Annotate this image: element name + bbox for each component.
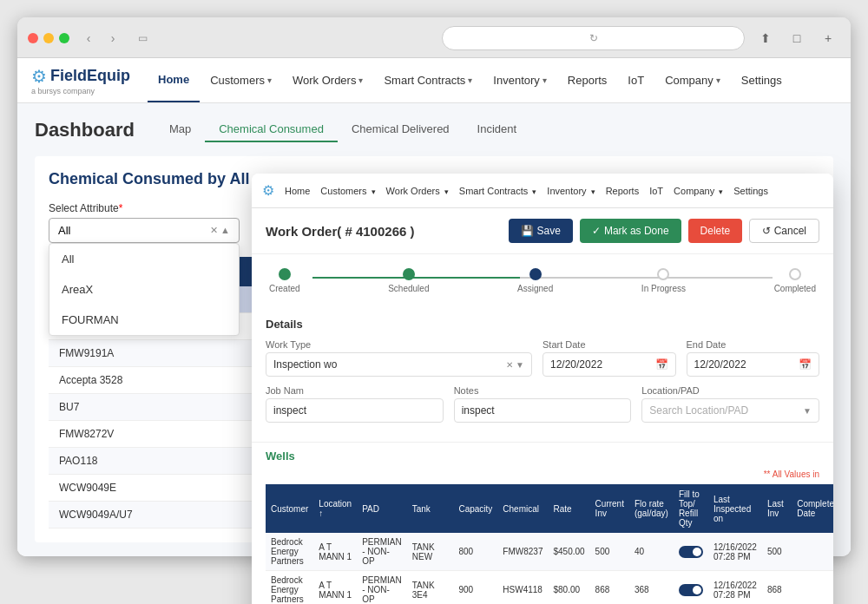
modal-header: Work Order( # 4100266 ) 💾 Save ✓ Mark as… bbox=[252, 208, 833, 254]
cell-product: WCW9049A/U7 bbox=[49, 502, 179, 528]
address-bar[interactable]: ↻ bbox=[442, 26, 745, 50]
browser-actions: ⬆ □ + bbox=[753, 26, 840, 50]
modal-nav-reports[interactable]: Reports bbox=[606, 186, 640, 196]
back-button[interactable]: ‹ bbox=[78, 28, 99, 49]
window-button[interactable]: ▭ bbox=[132, 28, 153, 49]
new-tab-button[interactable]: + bbox=[816, 26, 840, 50]
wells-fill-qty bbox=[674, 533, 708, 556]
wells-col-flo-rate: Flo rate (gal/day) bbox=[629, 484, 674, 533]
inventory-caret-icon: ▾ bbox=[542, 76, 547, 85]
work-orders-caret-icon: ▾ bbox=[358, 76, 363, 85]
wells-col-last-inspected: Last Inspected on bbox=[708, 484, 762, 533]
wells-col-capacity: Capacity bbox=[453, 484, 497, 533]
modal-nav-company[interactable]: Company ▾ bbox=[674, 186, 723, 196]
nav-reports[interactable]: Reports bbox=[557, 58, 618, 102]
cancel-button[interactable]: ↺ Cancel bbox=[749, 219, 819, 243]
forward-button[interactable]: › bbox=[102, 28, 123, 49]
nav-work-orders[interactable]: Work Orders ▾ bbox=[282, 58, 373, 102]
browser-window: ‹ › ▭ ↻ ⬆ □ + ⚙ FieldEquip a bursys comp… bbox=[17, 17, 851, 556]
share-button[interactable]: ⬆ bbox=[753, 26, 778, 50]
job-name-label: Job Nam bbox=[266, 385, 444, 396]
notes-input[interactable]: inspect bbox=[454, 398, 632, 423]
modal-form: Details Work Type Inspection wo ✕ ▼ Star… bbox=[252, 307, 833, 442]
form-row-2: Job Nam inspect Notes inspect Location/P… bbox=[266, 385, 819, 423]
wells-col-fill-qty: Fill to Top/ Refill Qty bbox=[674, 484, 708, 533]
logo-sub: a bursys company bbox=[31, 87, 130, 95]
nav-smart-contracts[interactable]: Smart Contracts ▾ bbox=[373, 58, 483, 102]
work-type-input[interactable]: Inspection wo ✕ ▼ bbox=[266, 352, 532, 377]
step-dot-created bbox=[279, 268, 291, 280]
tab-chemical-delivered[interactable]: Chemical Delivered bbox=[338, 117, 464, 142]
filter-clear-icon[interactable]: ✕ ▲ bbox=[210, 225, 230, 236]
tab-chemical-consumed[interactable]: Chemical Consumed bbox=[205, 117, 338, 142]
dropdown-item-fourman[interactable]: FOURMAN bbox=[49, 305, 239, 335]
modal-nav-settings[interactable]: Settings bbox=[733, 186, 768, 196]
wells-section: Wells ** All Values in Customer Location… bbox=[252, 442, 833, 556]
dropdown-item-all[interactable]: All bbox=[49, 244, 239, 274]
wells-completed-date bbox=[792, 533, 833, 556]
step-label-in-progress: In Progress bbox=[641, 284, 686, 293]
step-assigned: Assigned bbox=[517, 268, 553, 293]
wells-col-customer: Customer bbox=[266, 484, 313, 533]
mark-done-button[interactable]: ✓ Mark as Done bbox=[580, 219, 681, 243]
main-navigation: Home Customers ▾ Work Orders ▾ Smart Con… bbox=[148, 58, 792, 102]
nav-customers[interactable]: Customers ▾ bbox=[200, 58, 282, 102]
calendar-icon: 📅 bbox=[655, 358, 668, 371]
tab-incident[interactable]: Incident bbox=[464, 117, 531, 142]
toggle-button[interactable] bbox=[679, 546, 703, 557]
nav-iot[interactable]: IoT bbox=[617, 58, 654, 102]
location-field: Location/PAD Search Location/PAD ▼ bbox=[641, 385, 819, 423]
modal-nav-iot[interactable]: IoT bbox=[649, 186, 663, 196]
start-date-field: Start Date 12/20/2022 📅 bbox=[542, 339, 676, 377]
save-button[interactable]: 💾 Save bbox=[509, 219, 573, 243]
minimize-button[interactable] bbox=[43, 33, 54, 43]
wells-location: A T MANN 1 bbox=[313, 533, 357, 556]
nav-company[interactable]: Company ▾ bbox=[654, 58, 731, 102]
save-icon: 💾 bbox=[521, 225, 534, 237]
attribute-dropdown: All AreaX FOURMAN bbox=[49, 243, 240, 336]
modal-work-orders-caret: ▾ bbox=[444, 187, 449, 196]
calendar-icon-2: 📅 bbox=[799, 358, 812, 371]
step-dot-in-progress bbox=[657, 268, 669, 280]
delete-button[interactable]: Delete bbox=[688, 219, 743, 243]
step-label-assigned: Assigned bbox=[517, 284, 553, 293]
step-completed: Completed bbox=[774, 268, 816, 293]
location-label: Location/PAD bbox=[641, 385, 819, 396]
end-date-input[interactable]: 12/20/2022 📅 bbox=[687, 352, 820, 377]
traffic-lights bbox=[28, 33, 69, 43]
dashboard-tabs: Map Chemical Consumed Chemical Delivered… bbox=[155, 117, 530, 142]
modal-action-buttons: 💾 Save ✓ Mark as Done Delete ↺ Cancel bbox=[509, 219, 819, 243]
cell-product: FMW9191A bbox=[49, 340, 179, 367]
filter-attribute-group: Select Attribute* All ✕ ▲ All AreaX FOUR… bbox=[49, 202, 240, 243]
nav-inventory[interactable]: Inventory ▾ bbox=[483, 58, 556, 102]
nav-home[interactable]: Home bbox=[148, 58, 200, 102]
location-caret-icon: ▼ bbox=[803, 406, 812, 416]
maximize-button[interactable] bbox=[59, 33, 69, 43]
modal-nav-customers[interactable]: Customers ▾ bbox=[320, 186, 375, 196]
location-input[interactable]: Search Location/PAD ▼ bbox=[641, 398, 819, 423]
smart-contracts-caret-icon: ▾ bbox=[468, 76, 472, 85]
wells-rate: $450.00 bbox=[548, 533, 589, 556]
modal-nav-home[interactable]: Home bbox=[285, 186, 310, 196]
check-icon: ✓ bbox=[592, 225, 601, 237]
job-name-input[interactable]: inspect bbox=[266, 398, 444, 423]
step-label-created: Created bbox=[269, 284, 300, 293]
bookmark-button[interactable]: □ bbox=[785, 26, 809, 50]
dropdown-item-areax[interactable]: AreaX bbox=[49, 274, 239, 305]
dashboard-header: Dashboard Map Chemical Consumed Chemical… bbox=[35, 117, 833, 142]
start-date-input[interactable]: 12/20/2022 📅 bbox=[542, 352, 676, 377]
close-button[interactable] bbox=[28, 33, 38, 43]
modal-nav-inventory[interactable]: Inventory ▾ bbox=[547, 186, 595, 196]
filter-attribute-label: Select Attribute* bbox=[49, 202, 240, 214]
progress-steps: Created Scheduled Assigned In Progress bbox=[252, 254, 833, 307]
wells-last-inv: 500 bbox=[762, 533, 792, 556]
modal-nav-work-orders[interactable]: Work Orders ▾ bbox=[386, 186, 449, 196]
work-type-field: Work Type Inspection wo ✕ ▼ bbox=[266, 339, 532, 377]
nav-settings[interactable]: Settings bbox=[731, 58, 792, 102]
tab-map[interactable]: Map bbox=[155, 117, 205, 142]
modal-nav-smart-contracts[interactable]: Smart Contracts ▾ bbox=[459, 186, 537, 196]
company-caret-icon: ▾ bbox=[716, 76, 720, 85]
filter-attribute-select[interactable]: All ✕ ▲ bbox=[49, 218, 240, 243]
cell-product: WCW9049E bbox=[49, 475, 179, 502]
wells-note: ** All Values in bbox=[266, 469, 819, 479]
